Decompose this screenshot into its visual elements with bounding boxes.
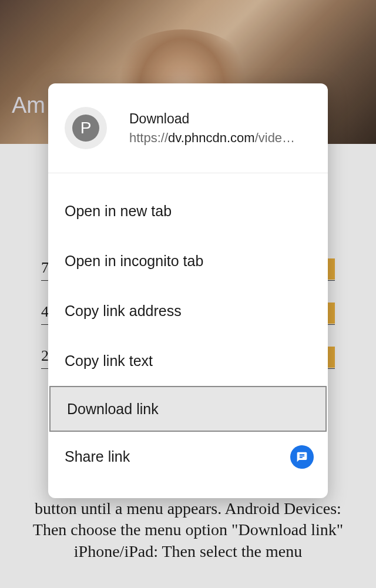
menu-header-title: Download xyxy=(129,111,311,127)
context-menu-header: P Download https://dv.phncdn.com/vide… xyxy=(48,83,328,173)
menu-item-share-link[interactable]: Share link xyxy=(48,432,328,482)
menu-item-copy-text[interactable]: Copy link text xyxy=(48,336,328,386)
context-menu-items: Open in new tab Open in incognito tab Co… xyxy=(48,173,328,482)
avatar-letter: P xyxy=(72,115,99,142)
menu-item-open-incognito[interactable]: Open in incognito tab xyxy=(48,236,328,286)
messages-icon[interactable] xyxy=(290,445,314,469)
share-link-label: Share link xyxy=(65,448,130,465)
menu-item-open-new-tab[interactable]: Open in new tab xyxy=(48,186,328,236)
menu-item-copy-address[interactable]: Copy link address xyxy=(48,286,328,336)
context-menu-panel: P Download https://dv.phncdn.com/vide… O… xyxy=(48,83,328,498)
menu-header-url: https://dv.phncdn.com/vide… xyxy=(129,130,311,146)
site-avatar: P xyxy=(65,107,107,149)
menu-item-download-link[interactable]: Download link xyxy=(49,386,327,432)
